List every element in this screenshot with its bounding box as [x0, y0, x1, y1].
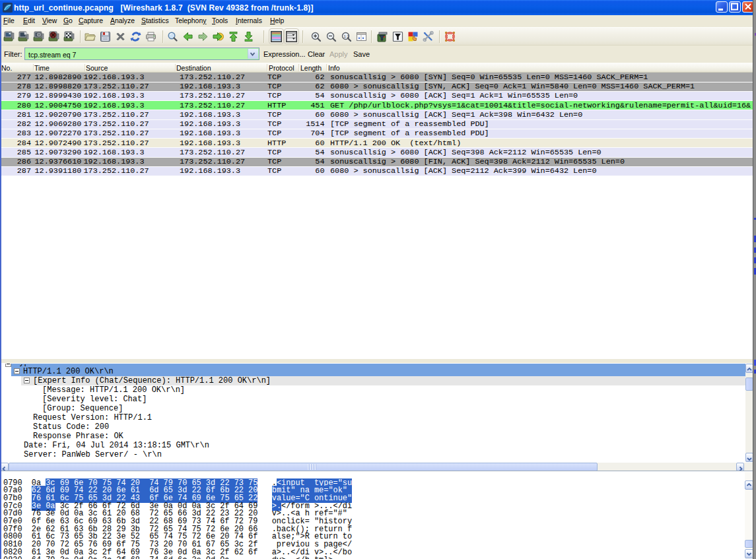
svg-text:1:1: 1:1	[344, 34, 350, 38]
